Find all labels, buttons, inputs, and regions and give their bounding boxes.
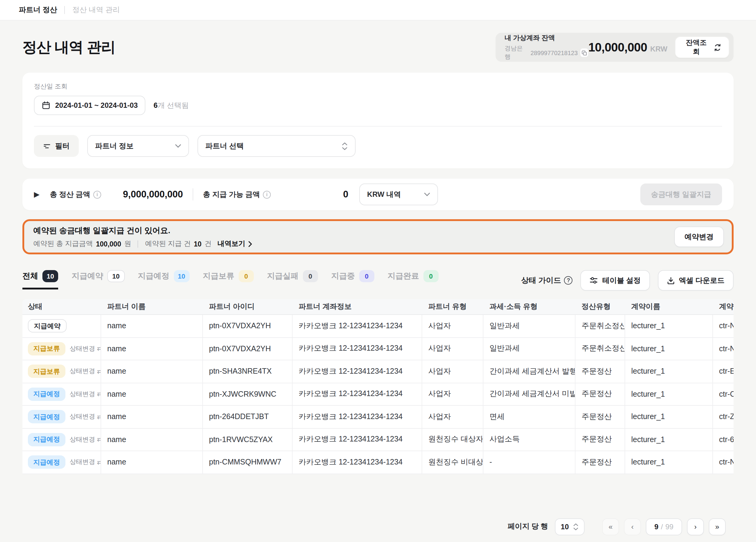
table-body: 지급예약nameptn-0X7VDXA2YH카카오뱅크 12-12341234-… — [22, 315, 734, 474]
partner-type-cell: 원천징수 비대상자 — [422, 451, 483, 473]
partner-id-cell: ptn-SHA3NRE4TX — [203, 360, 293, 382]
tab-hold[interactable]: 지급보류0 — [203, 270, 254, 289]
rows-per-page-label: 페이지 당 행 — [508, 521, 548, 532]
partner-account-cell: 카카오뱅크 12-12341234-1234 — [293, 428, 422, 451]
sliders-icon — [590, 276, 598, 285]
contract-id-cell: ctr-N — [713, 315, 734, 337]
reserved-amount: 100,000 — [96, 240, 121, 247]
question-icon: ? — [564, 276, 573, 285]
currency-history-dropdown[interactable]: KRW 내역 — [359, 183, 438, 205]
partner-info-dropdown-value: 파트너 정보 — [95, 141, 175, 151]
total-pages: 99 — [665, 522, 674, 531]
status-cell: 지급예정상태변경⇄ — [22, 406, 101, 428]
swap-icon: ⇄ — [97, 390, 101, 398]
partner-account-cell: 카카오뱅크 12-12341234-1234 — [293, 451, 422, 473]
partner-account-cell: 카카오뱅크 12-12341234-1234 — [293, 315, 422, 337]
partner-account-cell: 카카오뱅크 12-12341234-1234 — [293, 406, 422, 428]
page-header: 정산 내역 관리 내 가상계좌 잔액 경남은행 28999770218123 1… — [22, 21, 734, 73]
contract-name-cell: lecturer_1 — [625, 451, 713, 473]
status-badge: 지급보류 — [28, 365, 65, 378]
partner-name-cell: name — [101, 315, 203, 337]
excel-download-button[interactable]: 엑셀 다운로드 — [658, 270, 734, 291]
first-page-button[interactable]: « — [602, 518, 619, 535]
page-indicator[interactable]: 9 / 99 — [646, 518, 682, 535]
status-badge: 지급예약 — [28, 319, 67, 333]
balance-refresh-button[interactable]: 잔액조회 — [675, 36, 729, 58]
breadcrumb-section[interactable]: 파트너 정산 — [19, 5, 57, 15]
status-cell: 지급예약 — [22, 315, 101, 337]
payable-amount-label: 총 지급 가능 금액 i — [203, 189, 271, 200]
copy-icon[interactable] — [580, 48, 588, 57]
tab-scheduled[interactable]: 지급예정10 — [138, 270, 190, 289]
date-range-picker[interactable]: 2024-01-01 ~ 2024-01-03 — [34, 96, 146, 115]
tab-label: 지급중 — [331, 271, 355, 282]
settlement-type-cell: 주문정산 — [575, 451, 625, 473]
status-change-button[interactable]: 상태변경⇄ — [70, 367, 101, 376]
status-badge: 지급보류 — [28, 342, 65, 355]
status-badge: 지급예정 — [28, 388, 65, 401]
status-cell: 지급예정상태변경⇄ — [22, 383, 101, 405]
partner-id-cell: ptn-264DDETJBT — [203, 406, 293, 428]
notice-divider — [138, 240, 138, 247]
table-settings-button[interactable]: 테이블 설정 — [581, 270, 650, 291]
partner-select-dropdown[interactable]: 파트너 선택 — [197, 135, 356, 157]
status-change-button[interactable]: 상태변경⇄ — [70, 458, 101, 467]
tab-done[interactable]: 지급완료0 — [388, 270, 439, 289]
status-change-button[interactable]: 상태변경⇄ — [70, 413, 101, 421]
contract-id-cell: ctr-E — [713, 360, 734, 382]
bulk-transfer-button[interactable]: 송금대행 일괄지급 — [640, 183, 722, 205]
partner-type-cell: 사업자 — [422, 406, 483, 428]
table-row: 지급보류상태변경⇄nameptn-SHA3NRE4TX카카오뱅크 12-1234… — [22, 360, 734, 383]
tax-type-cell: - — [483, 451, 575, 473]
bank-name: 경남은행 — [505, 44, 528, 61]
column-header: 과세·소득 유형 — [483, 299, 575, 314]
tab-processing[interactable]: 지급중0 — [331, 270, 374, 289]
pagination: 페이지 당 행 10 « ‹ 9 / 99 › » — [22, 518, 734, 535]
tab-all[interactable]: 전체10 — [22, 270, 58, 289]
change-reservation-button[interactable]: 예약변경 — [674, 226, 724, 247]
summary-card: ▶ 총 정산 금액 i 9,000,000,000 총 지급 가능 금액 i 0… — [22, 179, 734, 210]
next-page-button[interactable]: › — [687, 518, 704, 535]
summary-divider — [193, 188, 193, 200]
settlement-type-cell: 주문정산 — [575, 360, 625, 382]
tab-count-badge: 0 — [359, 270, 374, 282]
last-page-button[interactable]: » — [709, 518, 726, 535]
expand-caret-icon[interactable]: ▶ — [34, 191, 39, 198]
table-row: 지급예정상태변경⇄nameptn-1RVWC5ZYAX카카오뱅크 12-1234… — [22, 428, 734, 451]
filter-icon — [43, 142, 51, 150]
status-change-button[interactable]: 상태변경⇄ — [70, 435, 101, 444]
status-cell: 지급예정상태변경⇄ — [22, 451, 101, 473]
info-icon[interactable]: i — [93, 190, 101, 198]
partner-info-dropdown[interactable]: 파트너 정보 — [87, 135, 189, 157]
contract-id-cell: ctr-N — [713, 338, 734, 360]
tab-count-badge: 10 — [42, 270, 58, 282]
status-change-button[interactable]: 상태변경⇄ — [70, 345, 101, 353]
swap-icon: ⇄ — [97, 458, 101, 466]
partner-name-cell: name — [101, 383, 203, 405]
tab-label: 전체 — [22, 271, 38, 282]
status-cell: 지급보류상태변경⇄ — [22, 338, 101, 360]
breadcrumb-current-page: 정산 내역 관리 — [72, 5, 120, 15]
status-guide-link[interactable]: 상태 가이드 ? — [521, 275, 573, 286]
filter-button[interactable]: 필터 — [34, 135, 79, 157]
view-details-link[interactable]: 내역보기 — [217, 239, 252, 248]
balance-amount: 10,000,000 — [588, 40, 647, 54]
status-change-button[interactable]: 상태변경⇄ — [70, 390, 101, 398]
page-size-select[interactable]: 10 — [555, 518, 585, 535]
page-separator: / — [661, 522, 663, 531]
chevron-down-icon — [424, 193, 430, 196]
reserved-count: 10 — [194, 240, 202, 247]
info-icon[interactable]: i — [263, 190, 271, 198]
tab-reserved[interactable]: 지급예약10 — [72, 270, 125, 289]
status-change-label: 상태변경 — [70, 345, 95, 353]
tab-failed[interactable]: 지급실패0 — [267, 270, 318, 289]
virtual-account-balance-card: 내 가상계좌 잔액 경남은행 28999770218123 10,000,000… — [496, 33, 734, 62]
breadcrumb: 파트너 정산 정산 내역 관리 — [0, 0, 756, 21]
status-tabs-row: 전체10지급예약10지급예정10지급보류0지급실패0지급중0지급완료0 상태 가… — [22, 270, 734, 291]
prev-page-button[interactable]: ‹ — [624, 518, 641, 535]
settlement-type-cell: 주문정산 — [575, 406, 625, 428]
chevron-down-icon — [175, 144, 181, 148]
column-header: 파트너 아이디 — [203, 299, 293, 314]
total-settlement-value: 9,000,000,000 — [123, 189, 183, 200]
tax-type-cell: 면세 — [483, 406, 575, 428]
